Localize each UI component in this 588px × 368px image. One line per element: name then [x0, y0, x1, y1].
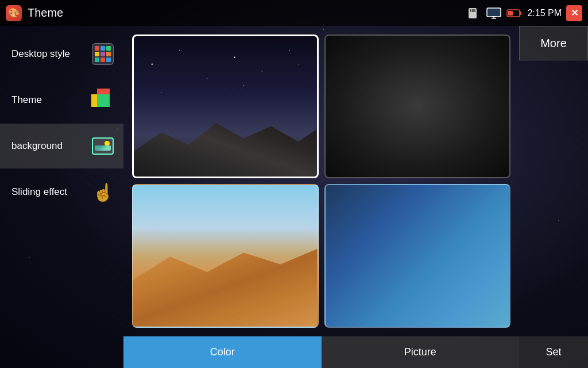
theme-icon — [91, 88, 115, 112]
display-icon — [486, 7, 502, 20]
sidebar-label-theme: Theme — [11, 94, 42, 106]
sidebar-item-theme[interactable]: Theme — [0, 78, 123, 122]
svg-rect-1 — [470, 9, 471, 12]
titlebar-right: 2:15 PM ✕ — [465, 5, 582, 21]
color-tab-label: Color — [210, 346, 235, 358]
svg-rect-3 — [474, 9, 475, 12]
picture-tab[interactable]: Picture — [322, 336, 520, 368]
close-button[interactable]: ✕ — [566, 5, 582, 21]
svg-rect-4 — [487, 8, 501, 17]
background-icon — [91, 134, 115, 158]
battery-icon — [506, 7, 523, 20]
svg-rect-9 — [508, 11, 513, 16]
sidebar-label-sliding-effect: Sliding effect — [11, 186, 67, 198]
sidebar-label-background: background — [11, 140, 63, 152]
desktop-style-icon — [91, 42, 115, 66]
picture-tab-label: Picture — [404, 346, 436, 358]
set-button[interactable]: Set — [519, 336, 588, 368]
titlebar: 🎨 Theme — [0, 0, 588, 26]
svg-rect-10 — [520, 12, 521, 15]
sdcard-icon — [465, 7, 481, 20]
sidebar-item-background[interactable]: background — [0, 124, 123, 168]
sidebar-label-desktop-style: Desktop style — [11, 48, 70, 60]
sidebar-item-sliding-effect[interactable]: Sliding effect ☝ — [0, 170, 123, 214]
wallpaper-item-3[interactable] — [132, 184, 319, 328]
titlebar-title: Theme — [28, 6, 465, 20]
set-button-label: Set — [546, 346, 561, 358]
wallpaper-preview-1 — [134, 36, 317, 177]
wallpaper-preview-3 — [133, 185, 318, 327]
clock: 2:15 PM — [527, 8, 562, 18]
wallpaper-grid — [123, 26, 519, 336]
app-icon: 🎨 — [6, 5, 22, 21]
sidebar: Desktop style Theme — [0, 26, 123, 368]
wallpaper-item-1[interactable] — [132, 34, 319, 178]
sliding-effect-icon: ☝ — [91, 180, 115, 204]
bottom-bar: Color Picture Set — [123, 336, 588, 368]
wallpaper-preview-2 — [326, 36, 510, 177]
wallpaper-item-4[interactable] — [324, 184, 511, 328]
color-tab[interactable]: Color — [123, 336, 322, 368]
more-button-label: More — [540, 37, 567, 50]
more-button[interactable]: More — [519, 26, 588, 60]
wallpaper-item-2[interactable] — [324, 34, 511, 178]
sidebar-item-desktop-style[interactable]: Desktop style — [0, 32, 123, 76]
wallpaper-preview-4 — [326, 185, 510, 327]
svg-rect-2 — [472, 9, 474, 12]
